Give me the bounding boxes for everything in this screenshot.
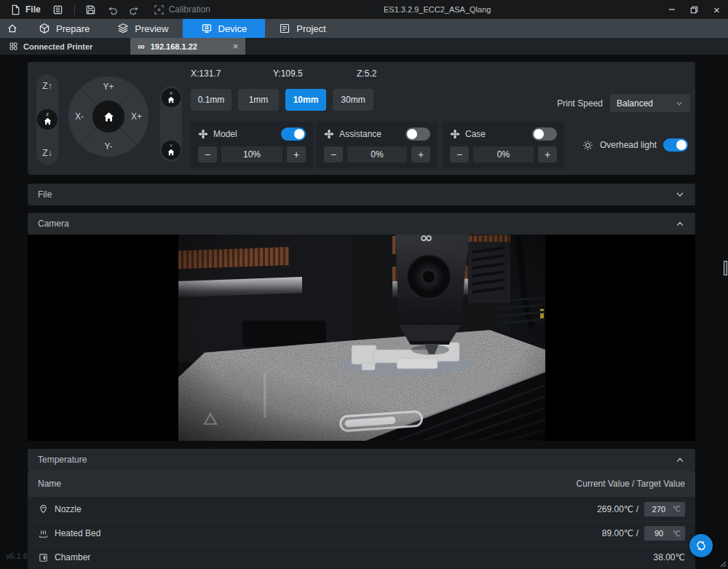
calibration-label: Calibration: [169, 4, 210, 15]
y-plus-button[interactable]: Y+: [103, 82, 114, 92]
home-x-icon: [167, 95, 175, 104]
tab-project-label: Project: [296, 23, 325, 34]
restore-button[interactable]: [683, 0, 705, 19]
z-jog-pill: Z↑ Z Z↓: [36, 74, 58, 165]
chamber-label: Chamber: [55, 552, 90, 562]
resize-grip[interactable]: [719, 560, 727, 568]
save-button[interactable]: [82, 0, 100, 19]
project-list-icon: [279, 23, 290, 34]
fan-model-box: Model − 10% +: [191, 122, 313, 168]
table-row-nozzle: Nozzle 269.00℃ / ℃: [28, 497, 695, 521]
undo-button[interactable]: [104, 0, 122, 19]
camera-feed-panel: [28, 235, 695, 441]
nozzle-unit: ℃: [673, 505, 681, 513]
overhead-light-toggle[interactable]: [663, 138, 688, 152]
tab-preview-label: Preview: [135, 23, 168, 34]
chamber-current-value: 38.00℃: [653, 552, 685, 562]
temperature-table-header: Name Current Value / Target Value: [28, 471, 695, 497]
temperature-table: Name Current Value / Target Value Nozzle…: [28, 471, 695, 569]
home-icon: [7, 23, 18, 34]
tab-prepare[interactable]: Prepare: [25, 19, 103, 38]
version-label: v6.1.6: [6, 552, 28, 560]
tab-preview[interactable]: Preview: [103, 19, 182, 38]
fan-case-toggle[interactable]: [532, 127, 557, 141]
printer-tab-active[interactable]: ∞ 192.168.1.22 ×: [130, 38, 245, 55]
fan-assistance-toggle[interactable]: [405, 127, 430, 141]
refresh-icon: [694, 538, 708, 553]
calibration-button[interactable]: Calibration: [151, 0, 213, 19]
redo-button[interactable]: [126, 0, 143, 19]
fan-case-plus-button[interactable]: +: [538, 146, 557, 162]
fan-assistance-box: Assistance − 0% +: [317, 122, 438, 168]
section-camera[interactable]: Camera: [28, 213, 695, 235]
nozzle-target-box: ℃: [644, 502, 685, 517]
toggle-knob: [407, 129, 417, 139]
home-all-icon: [103, 111, 115, 123]
toggle-knob: [294, 129, 304, 139]
home-all-button[interactable]: [92, 101, 124, 133]
tab-project[interactable]: Project: [265, 19, 339, 38]
chevron-down-icon: [675, 189, 685, 200]
fan-model-plus-button[interactable]: +: [287, 146, 306, 162]
close-button[interactable]: ×: [705, 0, 728, 19]
fan-assistance-value: 0%: [347, 146, 407, 162]
x-plus-button[interactable]: X+: [131, 111, 142, 122]
x-position: X:131.7: [191, 68, 221, 79]
fan-assistance-plus-button[interactable]: +: [411, 146, 430, 162]
grid-icon: [9, 42, 18, 51]
file-menu[interactable]: File: [7, 0, 44, 19]
undo-icon: [107, 4, 118, 15]
step-0.1mm-button[interactable]: 0.1mm: [191, 89, 232, 111]
toggle-knob: [534, 129, 544, 139]
section-temperature[interactable]: Temperature: [28, 449, 695, 471]
home-tab[interactable]: [0, 19, 25, 38]
section-temperature-label: Temperature: [38, 455, 87, 465]
refresh-button[interactable]: [689, 534, 713, 557]
minimize-button[interactable]: [660, 0, 683, 19]
home-z-icon: [43, 117, 52, 126]
print-speed-select[interactable]: Balanced: [610, 94, 690, 112]
value-column-header: Current Value / Target Value: [577, 479, 685, 489]
home-z-button[interactable]: Z: [37, 109, 58, 130]
z-up-button[interactable]: Z↑: [42, 81, 52, 91]
prepare-cube-icon: [39, 23, 50, 34]
printer-tab-close-icon[interactable]: ×: [233, 41, 239, 52]
y-position: Y:109.5: [273, 68, 303, 79]
fan-model-toggle[interactable]: [281, 127, 306, 141]
motion-control-panel: Z↑ Z Z↓ Y+ X- X+ Y- X: [28, 62, 695, 175]
step-1mm-button[interactable]: 1mm: [238, 89, 279, 111]
device-list-button[interactable]: [50, 0, 67, 19]
step-10mm-button[interactable]: 10mm: [285, 89, 326, 111]
heated-bed-target-input[interactable]: [649, 529, 669, 538]
titlebar: File Calibration ES1.3.2.9_ECC2_ASA_Qlan…: [0, 0, 728, 19]
save-icon: [85, 4, 96, 15]
heated-bed-unit: ℃: [673, 530, 681, 538]
connected-printer-button[interactable]: Connected Printer: [0, 42, 101, 51]
fan-icon: [450, 129, 460, 139]
home-y-button[interactable]: Y: [162, 141, 181, 160]
z-down-button[interactable]: Z↓: [42, 148, 52, 158]
step-30mm-button[interactable]: 30mm: [333, 89, 373, 111]
fan-model-value: 10%: [221, 146, 282, 162]
y-minus-button[interactable]: Y-: [105, 141, 113, 152]
nozzle-current-value: 269.00℃ /: [597, 504, 638, 514]
section-file[interactable]: File: [28, 184, 695, 205]
tab-device[interactable]: Device: [183, 19, 266, 38]
restore-icon: [689, 4, 700, 15]
fan-icon: [198, 129, 208, 139]
fan-case-minus-button[interactable]: −: [450, 146, 469, 162]
print-speed-label: Print Speed: [557, 98, 603, 109]
window-title: ES1.3.2.9_ECC2_ASA_Qlang: [384, 0, 491, 19]
fan-model-minus-button[interactable]: −: [198, 146, 217, 162]
calibration-icon: [154, 4, 165, 15]
scrollbar-thumb[interactable]: [724, 261, 727, 275]
home-x-button[interactable]: X: [162, 88, 181, 107]
nozzle-target-input[interactable]: [649, 505, 669, 514]
redo-icon: [129, 4, 140, 15]
fan-case-box: Case − 0% +: [443, 122, 564, 168]
heated-bed-current-value: 89.00℃ /: [602, 528, 638, 538]
tab-prepare-label: Prepare: [56, 23, 90, 34]
x-minus-button[interactable]: X-: [75, 111, 84, 122]
fan-assistance-minus-button[interactable]: −: [324, 146, 343, 162]
overhead-light-group: Overhead light: [582, 122, 688, 168]
